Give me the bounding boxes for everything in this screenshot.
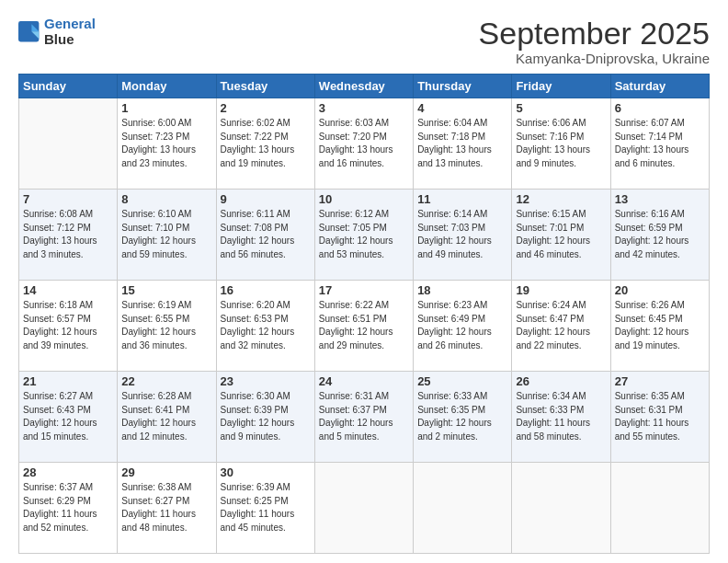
day-number: 14: [23, 283, 113, 297]
calendar-cell: 22Sunrise: 6:28 AM Sunset: 6:41 PM Dayli…: [118, 372, 216, 463]
day-info: Sunrise: 6:20 AM Sunset: 6:53 PM Dayligh…: [221, 299, 311, 352]
calendar-cell: 1Sunrise: 6:00 AM Sunset: 7:23 PM Daylig…: [118, 98, 216, 190]
day-number: 15: [121, 283, 211, 297]
day-number: 1: [121, 101, 211, 115]
calendar-body: 1Sunrise: 6:00 AM Sunset: 7:23 PM Daylig…: [19, 98, 710, 554]
day-number: 24: [319, 374, 409, 388]
calendar-cell: 6Sunrise: 6:07 AM Sunset: 7:14 PM Daylig…: [610, 98, 709, 190]
day-info: Sunrise: 6:31 AM Sunset: 6:37 PM Dayligh…: [319, 390, 409, 443]
header: General Blue September 2025 Kamyanka-Dni…: [18, 17, 710, 66]
logo: General Blue: [18, 17, 96, 47]
day-info: Sunrise: 6:24 AM Sunset: 6:47 PM Dayligh…: [516, 299, 606, 352]
calendar-cell: 5Sunrise: 6:06 AM Sunset: 7:16 PM Daylig…: [512, 98, 610, 190]
calendar-cell: 13Sunrise: 6:16 AM Sunset: 6:59 PM Dayli…: [610, 190, 709, 281]
month-title: September 2025: [479, 17, 710, 51]
weekday-header-sunday: Sunday: [19, 75, 118, 98]
day-info: Sunrise: 6:37 AM Sunset: 6:29 PM Dayligh…: [23, 481, 113, 534]
day-number: 28: [23, 465, 113, 479]
weekday-header-tuesday: Tuesday: [216, 75, 314, 98]
day-info: Sunrise: 6:23 AM Sunset: 6:49 PM Dayligh…: [417, 299, 507, 352]
calendar-cell: 3Sunrise: 6:03 AM Sunset: 7:20 PM Daylig…: [314, 98, 413, 190]
weekday-row: SundayMondayTuesdayWednesdayThursdayFrid…: [19, 75, 710, 98]
calendar-cell: 8Sunrise: 6:10 AM Sunset: 7:10 PM Daylig…: [118, 190, 216, 281]
day-number: 21: [23, 374, 113, 388]
day-number: 11: [417, 192, 507, 206]
weekday-header-friday: Friday: [512, 75, 610, 98]
calendar-cell: 17Sunrise: 6:22 AM Sunset: 6:51 PM Dayli…: [314, 281, 413, 372]
calendar-cell: 9Sunrise: 6:11 AM Sunset: 7:08 PM Daylig…: [216, 190, 314, 281]
calendar-cell: 2Sunrise: 6:02 AM Sunset: 7:22 PM Daylig…: [216, 98, 314, 190]
day-info: Sunrise: 6:10 AM Sunset: 7:10 PM Dayligh…: [121, 208, 211, 261]
day-info: Sunrise: 6:33 AM Sunset: 6:35 PM Dayligh…: [417, 390, 507, 443]
day-number: 22: [121, 374, 211, 388]
calendar-cell: 21Sunrise: 6:27 AM Sunset: 6:43 PM Dayli…: [19, 372, 118, 463]
day-number: 8: [121, 192, 211, 206]
logo-line1: General: [44, 16, 96, 31]
calendar-cell: 7Sunrise: 6:08 AM Sunset: 7:12 PM Daylig…: [19, 190, 118, 281]
calendar-cell: 19Sunrise: 6:24 AM Sunset: 6:47 PM Dayli…: [512, 281, 610, 372]
calendar-cell: [414, 463, 512, 554]
day-number: 7: [23, 192, 113, 206]
day-number: 19: [516, 283, 606, 297]
calendar-cell: 10Sunrise: 6:12 AM Sunset: 7:05 PM Dayli…: [314, 190, 413, 281]
day-number: 2: [221, 101, 311, 115]
day-number: 13: [615, 192, 705, 206]
day-number: 5: [516, 101, 606, 115]
day-number: 26: [516, 374, 606, 388]
day-number: 6: [615, 101, 705, 115]
title-block: September 2025 Kamyanka-Dniprovska, Ukra…: [479, 17, 710, 66]
day-number: 9: [221, 192, 311, 206]
day-number: 3: [319, 101, 409, 115]
day-number: 23: [221, 374, 311, 388]
day-info: Sunrise: 6:04 AM Sunset: 7:18 PM Dayligh…: [417, 117, 507, 170]
weekday-header-monday: Monday: [118, 75, 216, 98]
calendar-week-3: 21Sunrise: 6:27 AM Sunset: 6:43 PM Dayli…: [19, 372, 710, 463]
day-number: 12: [516, 192, 606, 206]
calendar-cell: [19, 98, 118, 190]
calendar-cell: 27Sunrise: 6:35 AM Sunset: 6:31 PM Dayli…: [610, 372, 709, 463]
day-info: Sunrise: 6:11 AM Sunset: 7:08 PM Dayligh…: [221, 208, 311, 261]
calendar-header: SundayMondayTuesdayWednesdayThursdayFrid…: [19, 75, 710, 98]
calendar-cell: 28Sunrise: 6:37 AM Sunset: 6:29 PM Dayli…: [19, 463, 118, 554]
day-number: 18: [417, 283, 507, 297]
calendar-cell: [314, 463, 413, 554]
day-info: Sunrise: 6:07 AM Sunset: 7:14 PM Dayligh…: [615, 117, 705, 170]
day-number: 4: [417, 101, 507, 115]
day-info: Sunrise: 6:39 AM Sunset: 6:25 PM Dayligh…: [221, 481, 311, 534]
day-number: 29: [121, 465, 211, 479]
calendar-cell: 24Sunrise: 6:31 AM Sunset: 6:37 PM Dayli…: [314, 372, 413, 463]
weekday-header-saturday: Saturday: [610, 75, 709, 98]
calendar-cell: 18Sunrise: 6:23 AM Sunset: 6:49 PM Dayli…: [414, 281, 512, 372]
day-info: Sunrise: 6:35 AM Sunset: 6:31 PM Dayligh…: [615, 390, 705, 443]
calendar-cell: 23Sunrise: 6:30 AM Sunset: 6:39 PM Dayli…: [216, 372, 314, 463]
calendar-cell: 11Sunrise: 6:14 AM Sunset: 7:03 PM Dayli…: [414, 190, 512, 281]
day-info: Sunrise: 6:15 AM Sunset: 7:01 PM Dayligh…: [516, 208, 606, 261]
day-info: Sunrise: 6:14 AM Sunset: 7:03 PM Dayligh…: [417, 208, 507, 261]
calendar-cell: [512, 463, 610, 554]
day-info: Sunrise: 6:12 AM Sunset: 7:05 PM Dayligh…: [319, 208, 409, 261]
day-info: Sunrise: 6:22 AM Sunset: 6:51 PM Dayligh…: [319, 299, 409, 352]
calendar-cell: 25Sunrise: 6:33 AM Sunset: 6:35 PM Dayli…: [414, 372, 512, 463]
day-number: 25: [417, 374, 507, 388]
weekday-header-wednesday: Wednesday: [314, 75, 413, 98]
day-info: Sunrise: 6:00 AM Sunset: 7:23 PM Dayligh…: [121, 117, 211, 170]
day-number: 27: [615, 374, 705, 388]
calendar-cell: 4Sunrise: 6:04 AM Sunset: 7:18 PM Daylig…: [414, 98, 512, 190]
calendar-cell: 26Sunrise: 6:34 AM Sunset: 6:33 PM Dayli…: [512, 372, 610, 463]
day-info: Sunrise: 6:18 AM Sunset: 6:57 PM Dayligh…: [23, 299, 113, 352]
page: General Blue September 2025 Kamyanka-Dni…: [0, 0, 728, 563]
weekday-header-thursday: Thursday: [414, 75, 512, 98]
logo-line2: Blue: [44, 32, 96, 48]
day-number: 30: [221, 465, 311, 479]
day-info: Sunrise: 6:38 AM Sunset: 6:27 PM Dayligh…: [121, 481, 211, 534]
day-info: Sunrise: 6:03 AM Sunset: 7:20 PM Dayligh…: [319, 117, 409, 170]
day-number: 20: [615, 283, 705, 297]
calendar-cell: 20Sunrise: 6:26 AM Sunset: 6:45 PM Dayli…: [610, 281, 709, 372]
calendar-table: SundayMondayTuesdayWednesdayThursdayFrid…: [18, 74, 710, 554]
calendar-week-2: 14Sunrise: 6:18 AM Sunset: 6:57 PM Dayli…: [19, 281, 710, 372]
calendar-week-1: 7Sunrise: 6:08 AM Sunset: 7:12 PM Daylig…: [19, 190, 710, 281]
day-info: Sunrise: 6:28 AM Sunset: 6:41 PM Dayligh…: [121, 390, 211, 443]
day-number: 16: [221, 283, 311, 297]
day-info: Sunrise: 6:16 AM Sunset: 6:59 PM Dayligh…: [615, 208, 705, 261]
calendar-cell: 15Sunrise: 6:19 AM Sunset: 6:55 PM Dayli…: [118, 281, 216, 372]
